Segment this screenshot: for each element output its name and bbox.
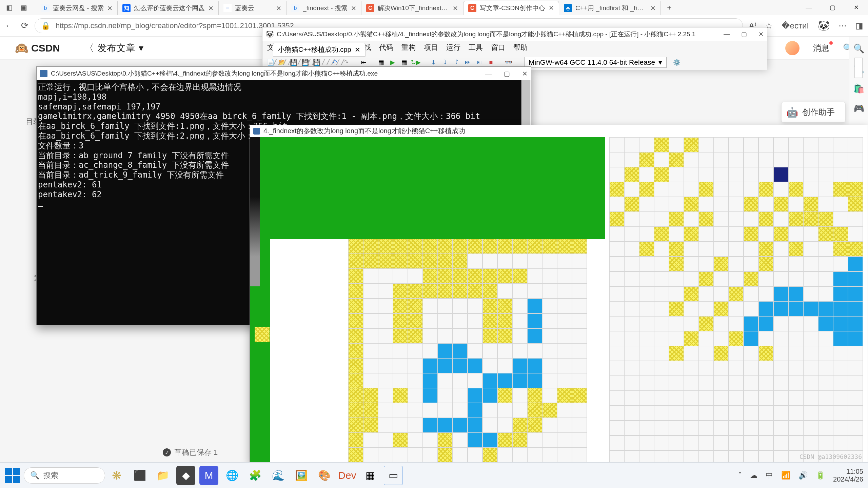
debug-next-icon[interactable]: ⏯ [475, 58, 484, 67]
taskbar-search[interactable]: 🔍 搜索 [24, 467, 105, 484]
sidebar-games-icon[interactable]: 🎮 [853, 103, 864, 114]
profile-icon[interactable]: ◧ [6, 3, 13, 12]
chevron-left-icon: 〈 [84, 42, 94, 55]
tabs: b蓝奏云网盘 - 搜索✕知怎么评价蓝奏云这个网盘✕≡蓝奏云✕b_findnext… [37, 0, 661, 15]
taskbar-explorer-icon[interactable]: 📁 [153, 466, 172, 485]
ide-menu-item[interactable]: 帮助 [513, 43, 528, 52]
close-tab-icon[interactable]: ✕ [549, 4, 554, 12]
collections-icon[interactable]: �естиI [782, 21, 809, 30]
close-tab-icon[interactable]: ✕ [650, 4, 656, 12]
more-icon[interactable]: ⋯ [839, 21, 847, 30]
game-titlebar[interactable]: 4._findnext的参数改为long long而不是long才能小熊猫C++… [250, 125, 868, 137]
tab-actions-icon[interactable]: ▣ [21, 3, 27, 12]
taskbar-taskview-icon[interactable]: ⬛ [130, 466, 149, 485]
compiler-settings-icon[interactable]: ⚙️ [672, 58, 682, 67]
browser-tab[interactable]: C解决Win10下_findnext()异✕ [361, 1, 463, 15]
compile-icon[interactable]: ▦ [376, 58, 386, 67]
tray-clock[interactable]: 11:05 2024/4/26 [833, 468, 863, 483]
taskbar-app1-icon[interactable]: ◆ [176, 466, 195, 485]
sidebar-search-icon[interactable]: 🔍 [853, 43, 864, 54]
csdn-logo[interactable]: 🙉 CSDN [15, 42, 60, 55]
stop-icon[interactable]: ■ [486, 58, 496, 67]
publish-dropdown[interactable]: 〈 发布文章 ▾ [84, 42, 143, 55]
ide-menu-item[interactable]: 工具 [469, 43, 483, 52]
taskbar-app2-icon[interactable]: M [199, 466, 218, 485]
taskbar-paint-icon[interactable]: 🎨 [315, 466, 334, 485]
favicon: b [41, 4, 50, 12]
indent-icon[interactable]: ⇤ [359, 58, 368, 67]
close-tab-icon[interactable]: ✕ [355, 46, 360, 54]
debug-step-icon[interactable]: ⬇ [429, 58, 438, 67]
system-tray: ˄ ☁ 中 📶 🔊 🔋 11:05 2024/4/26 [738, 468, 863, 483]
ide-menu-item[interactable]: 重构 [401, 43, 416, 52]
taskbar-app4-icon[interactable]: ▦ [361, 466, 380, 485]
game-canvas[interactable] [250, 137, 868, 462]
game-title-text: 4._findnext的参数改为long long而不是long才能小熊猫C++… [263, 126, 465, 136]
bot-icon: 🤖 [786, 107, 798, 118]
ide-file-tab[interactable]: 小熊猫C++移植成功.cpp ✕ [273, 43, 366, 57]
compile-run-icon[interactable]: ▦ [399, 58, 409, 67]
taskbar-devcpp-icon[interactable]: Dev [338, 466, 357, 485]
assistant-popup[interactable]: 🤖 创作助手 [781, 102, 846, 123]
ide-menu-item[interactable]: 窗口 [491, 43, 505, 52]
browser-tab[interactable]: b_findnext - 搜索✕ [287, 1, 361, 15]
taskbar-edge-icon[interactable]: 🌊 [269, 466, 288, 485]
compiler-select[interactable]: MinGW-w64 GCC 11.4.0 64-bit Release▾ [524, 57, 667, 68]
tab-strip: ◧ ▣ b蓝奏云网盘 - 搜索✕知怎么评价蓝奏云这个网盘✕≡蓝奏云✕b_find… [0, 0, 868, 15]
debug-continue-icon[interactable]: ⏭ [463, 58, 473, 67]
run-icon[interactable]: ▶ [388, 58, 397, 67]
console-maximize-button[interactable]: ▢ [504, 70, 510, 78]
close-tab-icon[interactable]: ✕ [276, 4, 281, 12]
debug-over-icon[interactable]: ⤵ [440, 58, 450, 67]
close-tab-icon[interactable]: ✕ [208, 4, 214, 12]
tray-volume-icon[interactable]: 🔊 [798, 471, 808, 480]
ide-menu-item[interactable]: 运行 [446, 43, 460, 52]
console-minimize-button[interactable]: — [485, 70, 492, 78]
taskbar-app3-icon[interactable]: 🧩 [245, 466, 264, 485]
game-app-icon [253, 128, 260, 135]
start-button[interactable] [5, 468, 20, 483]
minimize-button[interactable]: — [797, 0, 821, 15]
ide-maximize-button[interactable]: ▢ [741, 30, 747, 38]
browser-tab[interactable]: 知怎么评价蓝奏云这个网盘✕ [118, 1, 219, 15]
taskbar-photos-icon[interactable]: 🖼️ [292, 466, 311, 485]
maximize-button[interactable]: ▢ [821, 0, 844, 15]
taskbar-chrome-icon[interactable]: 🌐 [222, 466, 241, 485]
taskbar-running-icon[interactable]: ▭ [384, 466, 403, 485]
tray-battery-icon[interactable]: 🔋 [816, 471, 825, 480]
ide-menu-item[interactable]: 项目 [424, 43, 438, 52]
browser-tab[interactable]: ≡蓝奏云✕ [219, 1, 287, 15]
tray-onedrive-icon[interactable]: ☁ [750, 471, 757, 480]
extension-icon[interactable]: 🐼 [818, 20, 830, 31]
sidebar-toggle-icon[interactable]: ◨ [855, 21, 863, 30]
watermark: CSDN @a1309602336 [800, 453, 862, 460]
rebuild-icon[interactable]: ↻▶ [411, 58, 420, 67]
sidebar-shopping-icon[interactable]: 🛍️ [853, 83, 864, 94]
taskbar-copilot-icon[interactable]: ❋ [107, 466, 126, 485]
avatar[interactable] [785, 41, 800, 55]
close-tab-icon[interactable]: ✕ [351, 4, 356, 12]
browser-tab[interactable]: ⬘C++用 _findfirst 和 _findn✕ [559, 1, 661, 15]
console-close-button[interactable]: ✕ [522, 70, 528, 78]
tray-chevron-icon[interactable]: ˄ [738, 471, 742, 480]
ide-code-area[interactable]: /////////////// [273, 58, 346, 66]
ide-close-button[interactable]: ✕ [758, 30, 764, 38]
back-button[interactable]: ← [5, 20, 14, 31]
tray-wifi-icon[interactable]: 📶 [781, 471, 790, 480]
tray-ime[interactable]: 中 [766, 470, 773, 481]
ide-minimize-button[interactable]: — [724, 30, 730, 38]
browser-tab[interactable]: C写文章-CSDN创作中心✕ [463, 1, 559, 15]
debug-glasses-icon[interactable]: 👓 [504, 58, 513, 67]
console-titlebar[interactable]: C:\Users\ASUS\Desktop\0.小熊猫C++移植\4._find… [37, 67, 531, 80]
ide-scrollbar[interactable] [854, 58, 863, 78]
close-tab-icon[interactable]: ✕ [453, 4, 458, 12]
messages-link[interactable]: 消息 [813, 43, 829, 54]
browser-tab[interactable]: b蓝奏云网盘 - 搜索✕ [37, 1, 118, 15]
close-tab-icon[interactable]: ✕ [107, 4, 113, 12]
ide-titlebar[interactable]: 🐼 C:/Users/ASUS/Desktop/0.小熊猫C++移植/4._fi… [262, 27, 767, 41]
ide-menu-item[interactable]: 代码 [379, 43, 393, 52]
refresh-button[interactable]: ⟳ [21, 20, 28, 31]
new-tab-button[interactable]: ＋ [661, 2, 678, 13]
close-button[interactable]: ✕ [844, 0, 868, 15]
debug-out-icon[interactable]: ⤴ [452, 58, 461, 67]
